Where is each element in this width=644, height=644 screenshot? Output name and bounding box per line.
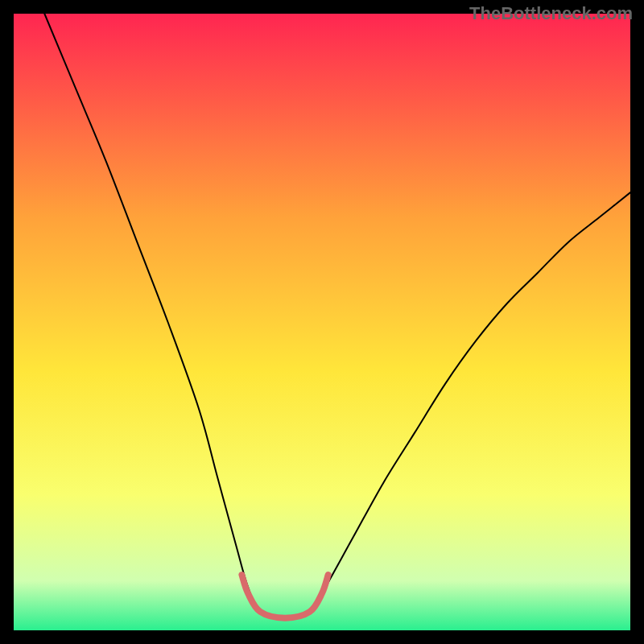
plot-background [14,14,630,630]
chart-container: TheBottleneck.com [0,0,644,644]
bottleneck-chart [0,0,644,644]
watermark-text: TheBottleneck.com [469,3,633,24]
